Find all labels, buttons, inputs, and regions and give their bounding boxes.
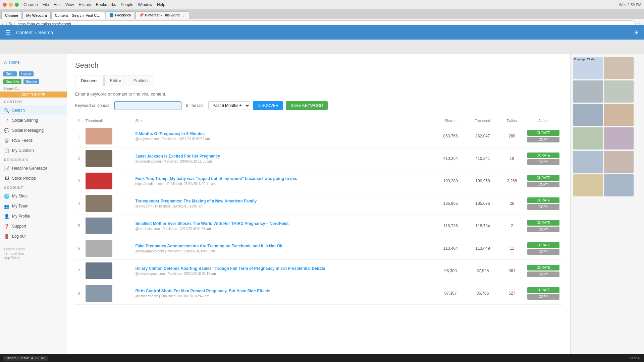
curate-button[interactable]: CURATE [527, 130, 559, 136]
sidebar-item-my-sites[interactable]: 🌐 My Sites [0, 191, 67, 201]
sidebar-item-rss-feeds[interactable]: 📡 RSS Feeds [0, 135, 67, 145]
sidebar-item-my-curation[interactable]: 📋 My Curation [0, 145, 67, 156]
table-row: 4 Transgender Pregnancy: The Making of a… [75, 192, 562, 215]
sidebar-messaging-label: Social Messaging [12, 128, 44, 133]
curate-button[interactable]: CURATE [527, 197, 559, 203]
tab-editor[interactable]: Editor [104, 75, 127, 86]
twitter-count: 2 [499, 215, 525, 237]
browser-tab-facebook[interactable]: 📘 Facebook [106, 11, 135, 19]
header-icon-grid[interactable]: ⊞ [634, 29, 639, 35]
sidebar-item-headline-gen[interactable]: 📝 Headline Generator [0, 163, 67, 173]
search-input[interactable] [114, 101, 181, 110]
taskbar-item[interactable]: Filmora_Classic_4_1v...avi [3, 356, 48, 361]
menu-help[interactable]: Help [157, 2, 165, 7]
shares-count: 410,264 [435, 147, 466, 170]
menu-chrome[interactable]: Chrome [23, 2, 38, 7]
browser-tab-chrome[interactable]: Chrome [1, 12, 22, 19]
get-app-banner[interactable]: GET THE APP [0, 92, 67, 98]
copy-button[interactable]: COPY [527, 249, 559, 255]
breadcrumb-content: Content [16, 30, 33, 35]
menu-history[interactable]: History [79, 2, 91, 7]
home-icon[interactable]: ⌂ [4, 60, 7, 65]
curate-button[interactable]: CURATE [527, 220, 559, 226]
col-num: # [75, 117, 83, 125]
layout-button[interactable]: Layout [19, 71, 34, 76]
sidebar-item-logout[interactable]: 🚪 Log out [0, 231, 67, 241]
sidebar-item-stock-photos[interactable]: 🖼 Stock Photos [0, 173, 67, 183]
logout-icon: 🚪 [4, 234, 9, 239]
menu-edit[interactable]: Edit [54, 2, 61, 7]
curate-button[interactable]: CURATE [527, 175, 559, 181]
copy-button[interactable]: COPY [527, 159, 559, 165]
sidebar-item-my-profile[interactable]: 👤 My Profile [0, 211, 67, 221]
article-title[interactable]: Fuck You, Trump. My baby was "ripped out… [135, 176, 432, 181]
action-buttons: CURATE COPY [527, 153, 559, 165]
sidebar-item-social-sharing[interactable]: ↗ Social Sharing [0, 115, 67, 125]
privacy-policy-link[interactable]: Privacy Policy [4, 247, 63, 251]
article-title[interactable]: Fake Pregnancy Announcements Are Trendin… [135, 244, 432, 248]
copy-button[interactable]: COPY [527, 182, 559, 187]
sidebar-my-profile-label: My Profile [12, 214, 30, 219]
sidebar-item-support[interactable]: ❓ Support [0, 221, 67, 231]
article-meta: @fitpregnancy.com | Published: 22/09/201… [135, 249, 432, 253]
close-dot[interactable] [3, 3, 7, 7]
copy-button[interactable]: COPY [527, 137, 559, 142]
article-title[interactable]: Janet Jackson Is Excited For Her Pregnan… [135, 154, 432, 159]
row-thumbnail [83, 147, 133, 170]
browser-tab-webcura[interactable]: My Webcura [22, 12, 51, 19]
curate-button[interactable]: CURATE [527, 287, 559, 293]
browser-tab-content-search[interactable]: Content – Search [Viral Cur... [51, 12, 105, 19]
app-policy-link[interactable]: App Policy [4, 256, 63, 260]
search-bar-row: Keyword or Domain: In the last Past 6 Mo… [75, 101, 562, 110]
article-meta: @paleodetox.org | Published: 29/09/2016 … [135, 160, 432, 163]
home-link[interactable]: Home [9, 60, 19, 65]
article-title[interactable]: Smallest Mother Ever Shocks The World Wi… [135, 221, 432, 226]
row-number: 6 [75, 237, 83, 260]
copy-button[interactable]: COPY [527, 272, 559, 277]
save-keyword-button[interactable]: SAVE KEYWORD [286, 101, 327, 110]
menu-bookmarks[interactable]: Bookmarks [96, 2, 116, 7]
article-title[interactable]: Birth Control Shots For Men Prevent Preg… [135, 289, 432, 293]
sidebar-item-my-team[interactable]: 👥 My Team [0, 201, 67, 211]
menu-people[interactable]: People [121, 2, 133, 7]
copy-button[interactable]: COPY [527, 227, 559, 232]
col-twitter: Twitter [499, 117, 525, 125]
discover-button[interactable]: DISCOVER [253, 101, 283, 110]
curate-button[interactable]: CURATE [527, 153, 559, 158]
article-title[interactable]: Transgender Pregnancy: The Making of a N… [135, 199, 432, 203]
rules-button[interactable]: Rules [3, 71, 17, 76]
row-actions: CURATE COPY [525, 125, 562, 147]
right-panel: Campaign Mindset... [570, 54, 644, 362]
tab-discover[interactable]: Discover [75, 75, 104, 86]
new-site-button[interactable]: New Site [3, 79, 21, 84]
section-button[interactable]: Section [23, 79, 39, 84]
menu-file[interactable]: File [43, 2, 49, 7]
row-thumbnail [83, 282, 133, 305]
article-title[interactable]: 9 Months Of Pregnancy In 4 Minutes [135, 131, 432, 136]
breadcrumb-separator: › [35, 30, 36, 35]
row-article: Fuck You, Trump. My baby was "ripped out… [132, 170, 435, 192]
menu-window[interactable]: Window [138, 2, 152, 7]
article-title[interactable]: Hillary Clinton Defends Aborting Babies … [135, 266, 432, 271]
sidebar-item-search[interactable]: 🔍 Search [0, 105, 67, 115]
period-select[interactable]: Past 6 Months ÷ [208, 101, 250, 110]
minimize-dot[interactable] [9, 3, 13, 7]
row-article: 9 Months Of Pregnancy In 4 Minutes @brig… [132, 125, 435, 147]
copy-button[interactable]: COPY [527, 294, 559, 300]
menu-view[interactable]: View [65, 2, 74, 7]
browser-tab-pinterest[interactable]: 📌 Pinterest • This world's cals... [136, 11, 189, 19]
hamburger-icon[interactable]: ☰ [5, 29, 11, 36]
article-meta: @time.com | Published: 01/09/2016 12:07 … [135, 204, 432, 208]
curate-button[interactable]: CURATE [527, 242, 559, 248]
sidebar-item-social-messaging[interactable]: 💬 Social Messaging [0, 125, 67, 135]
tab-publish[interactable]: Publish [128, 75, 154, 86]
maximize-dot[interactable] [15, 3, 19, 7]
row-actions: CURATE COPY [525, 192, 562, 215]
row-number: 1 [75, 125, 83, 147]
curate-button[interactable]: CURATE [527, 265, 559, 270]
file-item [604, 57, 634, 79]
row-number: 5 [75, 215, 83, 237]
taskbar-clear[interactable]: Clear All [629, 356, 641, 360]
terms-link[interactable]: Terms of Use [4, 252, 63, 255]
copy-button[interactable]: COPY [527, 204, 559, 210]
